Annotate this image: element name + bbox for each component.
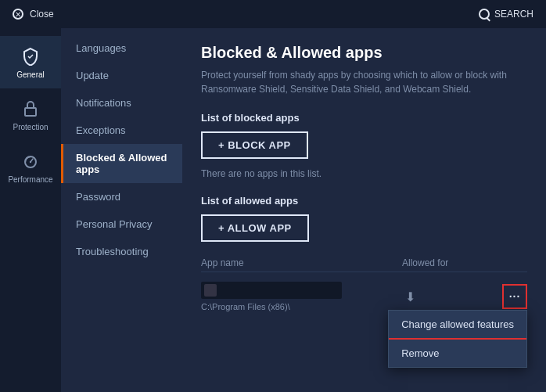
general-label: General	[16, 70, 45, 79]
content-area: Blocked & Allowed apps Protect yourself …	[182, 28, 546, 392]
sidebar-item-protection[interactable]: Protection	[0, 88, 61, 141]
page-title: Blocked & Allowed apps	[201, 44, 527, 62]
titlebar: ✕ Close SEARCH	[0, 0, 546, 28]
nav-item-update[interactable]: Update	[61, 62, 182, 89]
search-icon	[479, 9, 490, 20]
col-header-allowed-for: Allowed for	[402, 257, 527, 268]
nav-item-notifications[interactable]: Notifications	[61, 89, 182, 117]
sidebar-icons: General Protection Performan	[0, 28, 61, 392]
main-layout: General Protection Performan	[0, 28, 546, 392]
download-icon: ⬇	[402, 289, 418, 304]
allowed-section-title: List of allowed apps	[201, 195, 527, 207]
close-label: Close	[30, 9, 54, 20]
context-menu: Change allowed features Remove	[388, 310, 527, 368]
remove-item[interactable]: Remove	[389, 338, 526, 367]
gauge-icon	[20, 150, 41, 172]
protection-label: Protection	[13, 123, 48, 131]
block-app-button[interactable]: + BLOCK APP	[201, 131, 308, 159]
app-icon	[204, 284, 217, 297]
close-button[interactable]: ✕ Close	[13, 9, 54, 20]
app-path: C:\Program Files (x86)\	[201, 302, 402, 311]
no-blocked-apps-text: There are no apps in this list.	[201, 168, 527, 179]
nav-item-blocked-allowed[interactable]: Blocked & Allowed apps	[61, 144, 182, 183]
nav-item-password[interactable]: Password	[61, 183, 182, 210]
change-features-item[interactable]: Change allowed features	[389, 311, 526, 338]
svg-point-3	[30, 161, 31, 163]
sidebar-item-performance[interactable]: Performance	[0, 141, 61, 193]
app-icon-bar	[201, 282, 342, 299]
col-header-app-name: App name	[201, 257, 402, 268]
allow-app-button[interactable]: + ALLOW APP	[201, 214, 309, 242]
search-button[interactable]: SEARCH	[479, 9, 533, 20]
more-options-button[interactable]: ···	[502, 284, 527, 309]
nav-item-troubleshooting[interactable]: Troubleshooting	[61, 238, 182, 265]
table-header: App name Allowed for	[201, 254, 527, 272]
blocked-section-title: List of blocked apps	[201, 112, 527, 124]
svg-rect-0	[25, 108, 36, 116]
ellipsis-icon: ···	[509, 290, 521, 303]
page-description: Protect yourself from shady apps by choo…	[201, 68, 514, 96]
allowed-app-row-wrap: C:\Program Files (x86)\ ⬇ ··· Change all…	[201, 275, 527, 318]
nav-item-personal-privacy[interactable]: Personal Privacy	[61, 210, 182, 238]
performance-label: Performance	[8, 175, 52, 184]
sidebar-item-general[interactable]: General	[0, 36, 61, 88]
shield-icon	[20, 45, 41, 67]
search-label: SEARCH	[494, 9, 533, 20]
close-icon: ✕	[13, 9, 23, 20]
lock-icon	[20, 98, 41, 120]
nav-list: Languages Update Notifications Exception…	[61, 28, 182, 392]
nav-item-languages[interactable]: Languages	[61, 34, 182, 62]
app-name-cell: C:\Program Files (x86)\	[201, 282, 402, 311]
nav-item-exceptions[interactable]: Exceptions	[61, 117, 182, 144]
